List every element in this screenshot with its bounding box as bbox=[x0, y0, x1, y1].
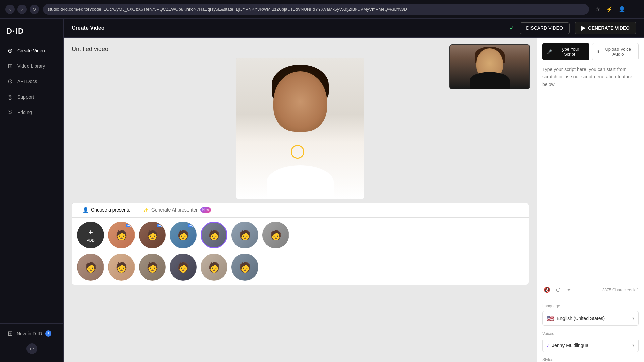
sidebar-label-create-video: Create Video bbox=[17, 48, 45, 53]
presenter-avatar-6: 🧑 bbox=[263, 222, 288, 248]
type-script-label: Type Your Script bbox=[554, 47, 585, 57]
editor-area: Untitled video 👤 Choose a bbox=[64, 38, 644, 362]
logo: D·ID bbox=[0, 24, 63, 44]
main-content: Create Video ✓ DISCARD VIDEO ▶ GENERATE … bbox=[64, 19, 644, 362]
language-select[interactable]: 🇺🇸 English (United States) ▾ bbox=[542, 311, 639, 326]
sidebar-item-video-library[interactable]: ⊞ Video Library bbox=[3, 59, 61, 73]
choose-presenter-icon: 👤 bbox=[83, 207, 88, 213]
new-in-did-icon: ⊞ bbox=[7, 330, 13, 337]
right-panel: 🎤 Type Your Script ⬆ Upload Voice Audio … bbox=[537, 38, 644, 362]
sidebar-item-pricing[interactable]: $ Pricing bbox=[3, 105, 61, 119]
tab-upload-audio[interactable]: ⬆ Upload Voice Audio bbox=[592, 43, 639, 60]
add-presenter-button[interactable]: + ADD bbox=[77, 222, 104, 248]
reload-button[interactable]: ↻ bbox=[30, 5, 39, 14]
tab-generate-ai[interactable]: ✨ Generate AI presenter New bbox=[138, 203, 216, 217]
mute-button[interactable]: 🔇 bbox=[542, 285, 552, 294]
language-label: Language bbox=[542, 304, 639, 308]
language-section: Language 🇺🇸 English (United States) ▾ bbox=[537, 298, 644, 331]
presenter-card-8[interactable]: 🧑 bbox=[108, 254, 135, 281]
forward-button[interactable]: › bbox=[17, 5, 27, 14]
styles-section: Styles bbox=[537, 357, 644, 362]
tab-choose-presenter[interactable]: 👤 Choose a presenter bbox=[77, 203, 138, 217]
tab-type-script[interactable]: 🎤 Type Your Script bbox=[542, 43, 589, 60]
app-header: Create Video ✓ DISCARD VIDEO ▶ GENERATE … bbox=[64, 19, 644, 38]
video-library-icon: ⊞ bbox=[7, 62, 13, 70]
profile-button[interactable]: 👤 bbox=[617, 5, 627, 14]
presenter-card-12[interactable]: 🧑 bbox=[231, 254, 258, 281]
presenter-card-5[interactable]: 🧑 bbox=[231, 222, 258, 248]
presenter-grid-row1: + ADD 🧑 HQ 🧑 HQ 🧑 HQ bbox=[72, 218, 529, 252]
sidebar: D·ID ⊕ Create Video ⊞ Video Library ⊙ AP… bbox=[0, 19, 64, 362]
logo-text: D·ID bbox=[7, 27, 57, 36]
sidebar-label-support: Support bbox=[17, 94, 34, 100]
url-text: studio.d-id.com/editor?code=1Ot7GyMJ_6XC… bbox=[48, 7, 407, 12]
presenter-card-2[interactable]: 🧑 HQ bbox=[139, 222, 166, 248]
presenter-card-4[interactable]: 🧑 bbox=[201, 222, 227, 248]
sidebar-item-create-video[interactable]: ⊕ Create Video bbox=[3, 44, 61, 58]
webcam-overlay bbox=[449, 44, 530, 89]
sidebar-item-new-in-did[interactable]: ⊞ New in D-ID 8 bbox=[3, 326, 61, 341]
upload-audio-label: Upload Voice Audio bbox=[602, 47, 635, 57]
add-label: ADD bbox=[87, 238, 94, 242]
timer-button[interactable]: ⏱ bbox=[554, 286, 562, 294]
presenter-card-6[interactable]: 🧑 bbox=[262, 222, 289, 248]
generate-icon: ▶ bbox=[581, 25, 585, 31]
script-input[interactable] bbox=[542, 66, 639, 193]
presenter-grid-row2: 🧑 🧑 🧑 🧑 🧑 bbox=[72, 252, 529, 285]
presenter-card-10[interactable]: 🧑 bbox=[170, 254, 197, 281]
webcam-body bbox=[470, 72, 510, 89]
check-icon: ✓ bbox=[509, 24, 514, 32]
presenter-avatar-12: 🧑 bbox=[232, 254, 258, 280]
add-icon: + bbox=[88, 228, 93, 237]
create-video-icon: ⊕ bbox=[7, 47, 13, 54]
presenter-card-11[interactable]: 🧑 bbox=[201, 254, 227, 281]
back-button[interactable]: ‹ bbox=[5, 5, 15, 14]
presenter-avatar-4: 🧑 bbox=[202, 223, 226, 247]
video-canvas bbox=[236, 58, 364, 199]
extensions-button[interactable]: ⚡ bbox=[605, 5, 614, 14]
generate-video-button[interactable]: ▶ GENERATE VIDEO bbox=[575, 22, 636, 34]
new-badge: 8 bbox=[45, 330, 51, 337]
upload-audio-icon: ⬆ bbox=[596, 49, 600, 54]
hq-badge-2: HQ bbox=[157, 224, 164, 227]
url-bar[interactable]: studio.d-id.com/editor?code=1Ot7GyMJ_6XC… bbox=[43, 4, 589, 15]
presenter-card-9[interactable]: 🧑 bbox=[139, 254, 166, 281]
generate-ai-label: Generate AI presenter bbox=[151, 207, 198, 213]
discard-video-button[interactable]: DISCARD VIDEO bbox=[520, 22, 569, 34]
voices-label: Voices bbox=[542, 331, 639, 336]
hq-badge-1: HQ bbox=[126, 224, 133, 227]
presenter-avatar-7: 🧑 bbox=[78, 254, 103, 280]
presenter-preview bbox=[236, 58, 364, 199]
api-docs-icon: ⊙ bbox=[7, 78, 13, 85]
undo-button[interactable]: ↩ bbox=[26, 343, 37, 354]
presenter-body bbox=[267, 165, 334, 199]
type-script-icon: 🎤 bbox=[547, 49, 552, 54]
sidebar-label-api-docs: API Docs bbox=[17, 79, 37, 84]
presenter-card-3[interactable]: 🧑 HQ bbox=[170, 222, 197, 248]
page-title: Create Video bbox=[72, 25, 105, 31]
cursor-indicator bbox=[291, 145, 304, 159]
sidebar-label-new-in-did: New in D-ID bbox=[17, 331, 42, 336]
presenter-avatar-11: 🧑 bbox=[201, 254, 227, 280]
presenter-card-7[interactable]: 🧑 bbox=[77, 254, 104, 281]
script-tools: 🔇 ⏱ ✦ 3875 Characters left bbox=[537, 281, 644, 298]
presenter-avatar-10: 🧑 bbox=[170, 254, 196, 280]
browser-topbar: ‹ › ↻ studio.d-id.com/editor?code=1Ot7Gy… bbox=[0, 0, 644, 19]
webcam-video bbox=[450, 45, 529, 89]
sidebar-item-support[interactable]: ◎ Support bbox=[3, 90, 61, 104]
browser-actions: ☆ ⚡ 👤 ⋮ bbox=[593, 5, 639, 14]
voices-select[interactable]: ♪ Jenny Multilingual ▾ bbox=[542, 339, 639, 352]
styles-label-text: Styles bbox=[542, 357, 553, 362]
sidebar-item-api-docs[interactable]: ⊙ API Docs bbox=[3, 74, 61, 88]
menu-button[interactable]: ⋮ bbox=[629, 5, 639, 14]
presenter-card-1[interactable]: 🧑 HQ bbox=[108, 222, 135, 248]
generate-label: GENERATE VIDEO bbox=[588, 25, 630, 31]
voice-value: Jenny Multilingual bbox=[552, 343, 630, 348]
presenter-section: 👤 Choose a presenter ✨ Generate AI prese… bbox=[72, 203, 529, 285]
presenter-avatar-9: 🧑 bbox=[140, 254, 165, 280]
browser-controls: ‹ › ↻ bbox=[5, 5, 39, 14]
presenter-tabs: 👤 Choose a presenter ✨ Generate AI prese… bbox=[72, 203, 529, 218]
bookmark-button[interactable]: ☆ bbox=[593, 5, 602, 14]
magic-button[interactable]: ✦ bbox=[565, 285, 572, 294]
hq-badge-3: HQ bbox=[188, 224, 195, 227]
